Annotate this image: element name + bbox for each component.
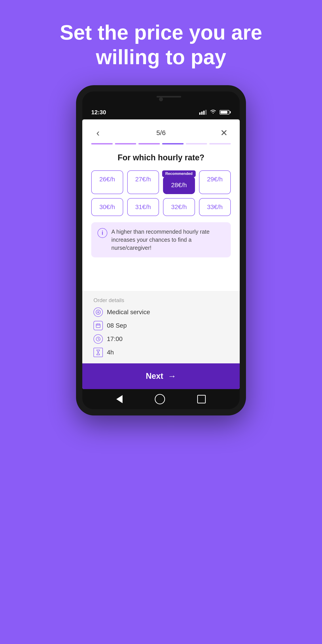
page-title: Set the price you are willing to pay [27, 20, 295, 70]
phone-device: 12:30 [76, 85, 246, 416]
status-time: 12:30 [91, 109, 106, 116]
status-bar: 12:30 [82, 107, 240, 120]
progress-segment-1 [91, 143, 113, 144]
section-title: For which hourly rate? [82, 151, 240, 170]
order-detail-date: 08 Sep [94, 321, 228, 330]
step-indicator: 5/6 [156, 129, 166, 137]
progress-segment-3 [138, 143, 160, 144]
order-details: Order details Medical service [82, 291, 240, 363]
order-detail-duration: 4h [94, 348, 228, 357]
rate-button-30[interactable]: 30€/h [91, 198, 123, 216]
clock-icon [94, 334, 103, 344]
rate-button-32[interactable]: 32€/h [163, 198, 195, 216]
page-background: Set the price you are willing to pay 12:… [0, 0, 322, 644]
order-detail-service: Medical service [94, 308, 228, 317]
date-text: 08 Sep [107, 322, 127, 329]
rate-button-31[interactable]: 31€/h [127, 198, 159, 216]
phone-camera [159, 97, 163, 101]
rates-grid: 26€/h 27€/h Recommended 28€/h 29€/h 30 [82, 170, 240, 222]
nav-back-button[interactable] [116, 395, 122, 403]
rate-button-26[interactable]: 26€/h [91, 170, 123, 194]
progress-bar [82, 143, 240, 151]
progress-segment-6 [209, 143, 231, 144]
next-button[interactable]: Next → [82, 363, 240, 389]
phone-notch [82, 92, 240, 107]
signal-icon [199, 110, 206, 115]
info-box: i A higher than recommended hourly rate … [91, 222, 231, 258]
next-label: Next [146, 372, 163, 381]
wifi-icon [210, 109, 216, 116]
app-header: ‹ 5/6 ✕ [82, 120, 240, 143]
info-icon: i [98, 228, 107, 238]
service-text: Medical service [107, 308, 150, 316]
next-arrow: → [168, 372, 176, 381]
svg-rect-3 [96, 324, 100, 328]
hourglass-icon [94, 348, 103, 357]
status-icons [199, 109, 231, 116]
calendar-icon [94, 321, 103, 330]
service-icon [94, 308, 103, 317]
duration-text: 4h [107, 349, 114, 356]
order-detail-time: 17:00 [94, 334, 228, 344]
rate-button-28[interactable]: Recommended 28€/h [163, 176, 195, 194]
phone-bottom-nav [82, 389, 240, 409]
page-header: Set the price you are willing to pay [0, 0, 322, 85]
progress-segment-5 [186, 143, 207, 144]
rate-button-29[interactable]: 29€/h [199, 170, 231, 194]
back-button[interactable]: ‹ [91, 126, 105, 140]
info-text: A higher than recommended hourly rate in… [111, 228, 224, 252]
progress-segment-4 [162, 143, 184, 144]
order-details-title: Order details [94, 297, 228, 304]
recommended-badge: Recommended [162, 170, 196, 177]
rate-button-33[interactable]: 33€/h [199, 198, 231, 216]
time-text: 17:00 [107, 336, 122, 342]
progress-segment-2 [115, 143, 136, 144]
nav-recents-button[interactable] [197, 395, 206, 404]
rate-button-27[interactable]: 27€/h [127, 170, 159, 194]
phone-speaker [156, 96, 181, 98]
phone-screen: ‹ 5/6 ✕ For which hourly rate? 26€/h [82, 120, 240, 389]
battery-icon [220, 110, 231, 114]
svg-line-9 [98, 339, 99, 340]
close-button[interactable]: ✕ [217, 126, 231, 140]
content-spacer [82, 264, 240, 291]
nav-home-button[interactable] [155, 394, 165, 404]
